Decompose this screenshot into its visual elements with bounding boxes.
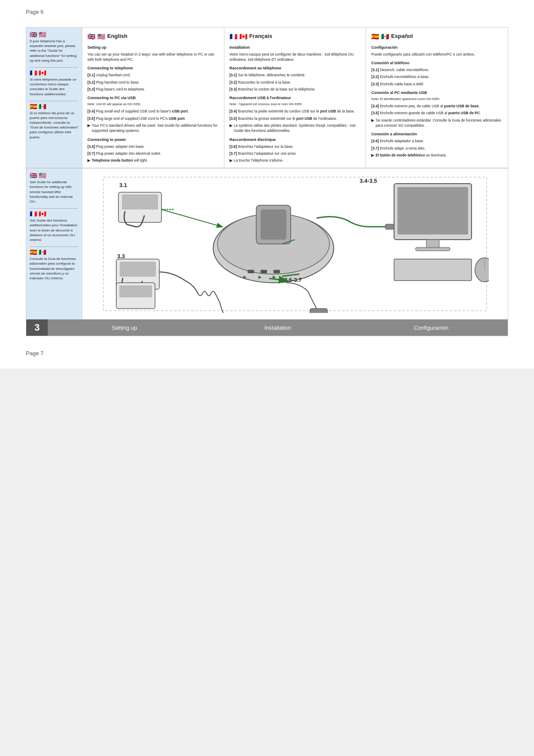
diag-fr-flag-icon: 🇫🇷	[30, 211, 37, 216]
svg-rect-17	[310, 309, 327, 313]
fr-usb-bullet: ▶ Le système utilise des pilotes standar…	[230, 123, 361, 134]
en-32: [3.2] Plug handset cord to base.	[87, 80, 219, 85]
en-connecting-tel-title: Connecting to telephone	[87, 66, 219, 71]
fr-header-ca-flag: 🇨🇦	[239, 32, 248, 41]
en-31: [3.1] Unplug handset cord.	[87, 72, 219, 78]
spanish-title: Español	[391, 32, 413, 41]
diag-us-flag-icon: 🇺🇸	[39, 173, 47, 178]
fr-raccordement-elec-title: Raccordement électrique	[230, 137, 361, 143]
en-connecting-power-title: Connecting to power	[87, 137, 219, 143]
svg-rect-7	[248, 270, 254, 273]
en-power-bullet: ▶ Telephone mode button will light.	[87, 158, 219, 163]
fr-34: [3.4] Branchez la petite extrémité du co…	[230, 109, 361, 114]
svg-rect-9	[273, 270, 280, 273]
left-sidebar-top: 🇬🇧 🇺🇸 If your telephone has a separate h…	[26, 28, 82, 168]
es-conexion-tel-title: Conexión al teléfono	[371, 60, 503, 66]
phone-32	[116, 283, 155, 309]
english-title: English	[107, 32, 127, 41]
es-configuracion-body: Puede configurarlo para utilizarlo con t…	[371, 52, 503, 57]
en-36: [3.6] Plug power adapter into base.	[87, 144, 219, 149]
footer-label-es: Configuración	[354, 325, 508, 331]
en-usb-bullet-text: Your PC's standard drivers will be used.…	[92, 123, 219, 134]
sidebar-divider-1	[30, 67, 78, 68]
en-usb-arrow-icon: ▶	[87, 123, 90, 128]
power-adapter-cable	[286, 283, 327, 313]
english-header: 🇬🇧 🇺🇸 English	[87, 32, 219, 41]
es-conexion-usb-title: Conexión al PC mediante USB	[371, 90, 503, 96]
diag-sidebar-divider-1	[30, 208, 78, 209]
french-column: 🇫🇷 🇨🇦 Français Installation Votre micro-…	[224, 28, 366, 168]
label-3637-text: 3.6-3.7	[284, 277, 301, 283]
fr-37: [3.7] Branchez l'adaptateur sur une pris…	[230, 151, 361, 156]
es-header-mx-flag: 🇲🇽	[381, 32, 389, 41]
sidebar-es-text: Si su teléfono dis-pone de un puerto par…	[30, 111, 78, 140]
es-33: [3.3] Enchufe cable base a teléf.	[371, 81, 503, 87]
fr-31: [3.1] Sur le téléphone, débranchez le co…	[230, 72, 361, 78]
en-connecting-usb-title: Connecting to PC via USB	[87, 95, 219, 101]
es-power-bullet-text: El botón de modo telefónico se iluminará…	[376, 153, 447, 158]
es-flag-row: 🇪🇸 🇲🇽	[30, 104, 78, 109]
diag-en-flag-row: 🇬🇧 🇺🇸	[30, 173, 78, 178]
diag-sidebar-es-text: Consulte la Guía de funciones adicionale…	[30, 256, 78, 281]
us-flag-icon: 🇺🇸	[39, 32, 47, 37]
fr-flag-row: 🇫🇷 🇨🇦	[30, 70, 78, 75]
es-usb-arrow-icon: ▶	[371, 118, 374, 123]
fr-power-bullet-text: La touche Téléphone s'allume.	[234, 158, 283, 163]
french-title: Français	[249, 32, 272, 41]
svg-rect-2	[122, 194, 158, 209]
diag-ca-flag-icon: 🇨🇦	[39, 211, 47, 216]
svg-text:▶: ▶	[243, 275, 247, 279]
svg-rect-16	[119, 285, 152, 297]
fr-installation-body: Votre micro-casque peut se configurer de…	[230, 52, 361, 62]
fr-power-bullet: ▶ La touche Téléphone s'allume.	[230, 158, 361, 163]
diag-uk-flag-icon: 🇬🇧	[30, 173, 37, 178]
fr-usb-note: Note : l'appareil est reconnu sous le no…	[230, 102, 361, 107]
footer-label-fr: Installation	[201, 325, 354, 331]
svg-text:▶: ▶	[258, 275, 262, 279]
mx-flag-icon: 🇲🇽	[39, 104, 47, 109]
fr-flag-icon: 🇫🇷	[30, 70, 37, 75]
es-usb-bullet-text: Se usarán controladores estándar. Consul…	[376, 118, 503, 128]
label-31-text: 3.1	[119, 182, 127, 188]
es-header-flag: 🇪🇸	[371, 32, 379, 41]
label-3435-text: 3.4-3.5	[360, 178, 377, 184]
en-37: [3.7] Plug power adapter into electrical…	[87, 151, 219, 156]
en-33: [3.3] Plug base's cord to telephone.	[87, 87, 219, 92]
diag-es-flag-row: 🇪🇸 🇲🇽	[30, 250, 78, 255]
uk-flag-icon: 🇬🇧	[30, 32, 37, 37]
es-32: [3.2] Enchufe microteléfono a base.	[371, 74, 503, 79]
en-34: [3.4] Plug small end of supplied USB cor…	[87, 109, 219, 114]
svg-rect-23	[426, 240, 439, 248]
spanish-header: 🇪🇸 🇲🇽 Español	[371, 32, 503, 41]
en-setting-up-title: Setting up	[87, 45, 219, 50]
spanish-column: 🇪🇸 🇲🇽 Español Configuración Puede config…	[366, 28, 508, 168]
page-number-bottom: Page 7	[26, 345, 508, 360]
fr-installation-title: Installation	[230, 45, 361, 50]
en-35: [3.5] Plug large end of supplied USB cor…	[87, 116, 219, 121]
es-conexion-alim-title: Conexión a alimentación	[371, 131, 503, 137]
fr-36: [3.6] Branchez l'adaptateur sur la base.	[230, 144, 361, 149]
en-power-arrow-icon: ▶	[87, 158, 90, 163]
ca-flag-icon: 🇨🇦	[39, 70, 47, 75]
svg-point-26	[475, 258, 489, 282]
base-unit: ▶ ▶ ▶	[213, 205, 334, 283]
es-usb-bullet: ▶ Se usarán controladores estándar. Cons…	[371, 118, 503, 128]
pc-usb	[317, 184, 489, 282]
footer-number: 3	[26, 319, 48, 336]
sidebar-fr-text: Si votre téléphone possède un connecteur…	[30, 77, 78, 97]
svg-rect-6	[261, 209, 286, 240]
fr-power-arrow-icon: ▶	[230, 158, 233, 163]
fr-usb-bullet-text: Le système utilise des pilotes standard.…	[234, 123, 361, 134]
es-power-bullet: ▶ El botón de modo telefónico se ilumina…	[371, 153, 503, 158]
svg-rect-14	[120, 262, 156, 277]
es-34: [3.4] Enchufe extremo peq. de cable USB …	[371, 103, 503, 109]
page-number-top: Page 6	[26, 9, 508, 15]
en-header-us-flag: 🇺🇸	[97, 32, 106, 41]
diag-sidebar-en-text: See Guide for additional functions for s…	[30, 180, 78, 204]
svg-rect-22	[397, 187, 468, 234]
en-header-uk-flag: 🇬🇧	[87, 32, 96, 41]
label-33-text: 3.3	[117, 253, 125, 259]
es-37: [3.7] Enchufe adapt. a toma eléc.	[371, 146, 503, 151]
footer-label-en: Setting up	[48, 325, 201, 331]
es-35: [3.5] Enchufe extremo grande de cable US…	[371, 110, 503, 116]
